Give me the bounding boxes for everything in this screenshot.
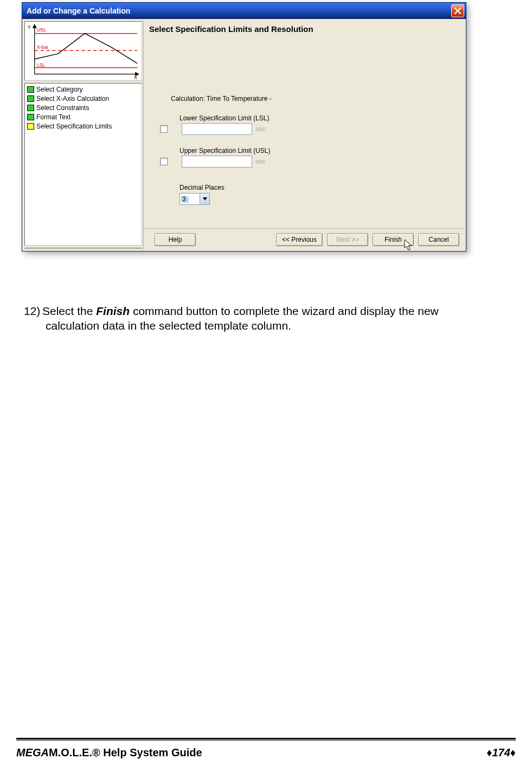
chart-xbar-label: X-bar	[37, 44, 49, 50]
usl-checkbox[interactable]	[160, 158, 168, 165]
next-button: Next >>	[327, 233, 368, 246]
footer-prefix: MEGA	[16, 747, 49, 758]
wizard-button-row: Help << Previous Next >> Finish Cancel	[144, 228, 465, 250]
footer-rule	[16, 738, 516, 741]
previous-button[interactable]: << Previous	[276, 233, 323, 246]
calculation-label: Calculation:	[171, 95, 205, 102]
instruction-bold: Finish	[96, 305, 130, 317]
titlebar: Add or Change a Calculation	[22, 3, 466, 19]
form-area: Calculation: Time To Temperature - Lower…	[144, 82, 465, 228]
chart-usl-label: USL	[37, 27, 46, 33]
lsl-checkbox[interactable]	[160, 125, 168, 133]
dialog-window: Add or Change a Calculation	[22, 2, 471, 252]
usl-unit: sec	[255, 158, 266, 165]
footer-rest: M.O.L.E.® Help System Guide	[49, 747, 202, 758]
instruction-step-12: 12)Select the Finish command button to c…	[24, 304, 512, 333]
step-row: Select Constraints	[25, 103, 142, 112]
step-row: Select Specification Limits	[25, 121, 142, 131]
lsl-label: Lower Specification Limit (LSL)	[180, 114, 454, 122]
instruction-line2: calculation data in the selected templat…	[46, 318, 512, 333]
step-status-icon	[27, 105, 34, 111]
step-row: Select X-Axis Calculation	[25, 94, 142, 103]
help-button[interactable]: Help	[155, 233, 196, 246]
footer-title: MEGAM.O.L.E.® Help System Guide	[16, 747, 202, 759]
step-label: Format Text	[36, 113, 70, 121]
lsl-input[interactable]	[182, 123, 252, 135]
chart-lsl-label: LSL	[37, 62, 46, 68]
spec-limits-chart: Y USL X-bar LSL X	[24, 21, 142, 81]
step-status-icon	[27, 123, 34, 130]
decimal-value: 3	[180, 195, 200, 203]
calculation-line: Calculation: Time To Temperature -	[160, 95, 454, 102]
chevron-down-icon	[200, 194, 209, 204]
step-label: Select X-Axis Calculation	[36, 95, 109, 102]
close-button[interactable]	[451, 4, 464, 17]
footer-page: ♦174♦	[486, 747, 516, 759]
close-icon	[454, 7, 462, 15]
svg-marker-7	[203, 197, 207, 201]
wizard-steps-list: Select Category Select X-Axis Calculatio…	[24, 83, 142, 246]
chart-x-label: X	[134, 75, 137, 80]
wizard-sidebar: Y USL X-bar LSL X Select Category	[23, 20, 144, 250]
step-label: Select Constraints	[36, 104, 89, 112]
page-footer: MEGAM.O.L.E.® Help System Guide ♦174♦	[16, 747, 516, 759]
step-status-icon	[27, 114, 34, 120]
usl-input[interactable]	[182, 156, 252, 168]
dialog-title: Add or Change a Calculation	[27, 7, 130, 15]
step-label: Select Category	[36, 86, 82, 93]
decimal-select[interactable]: 3	[180, 193, 210, 205]
cancel-button[interactable]: Cancel	[418, 233, 459, 246]
decimal-label: Decimal Places	[180, 184, 225, 191]
cursor-icon	[403, 239, 414, 251]
step-row: Format Text	[25, 112, 142, 121]
instruction-post: command button to complete the wizard an…	[130, 305, 439, 317]
step-status-icon	[27, 95, 34, 102]
usl-label: Upper Specification Limit (USL)	[180, 147, 454, 155]
finish-button[interactable]: Finish	[373, 233, 414, 246]
sidebar-spacer	[24, 248, 142, 249]
step-label: Select Specification Limits	[36, 123, 112, 130]
calculation-value: Time To Temperature -	[207, 95, 272, 102]
page-number: 174	[492, 747, 510, 758]
step-status-icon	[27, 86, 34, 93]
chart-y-label: Y	[28, 24, 31, 30]
svg-marker-2	[33, 24, 37, 28]
step-number: 12)	[24, 304, 42, 318]
page-heading: Select Specification Limits and Resoluti…	[144, 20, 465, 82]
finish-button-label: Finish	[384, 236, 402, 243]
instruction-pre: Select the	[42, 305, 96, 317]
step-row: Select Category	[25, 85, 142, 94]
lsl-unit: sec	[255, 125, 266, 133]
